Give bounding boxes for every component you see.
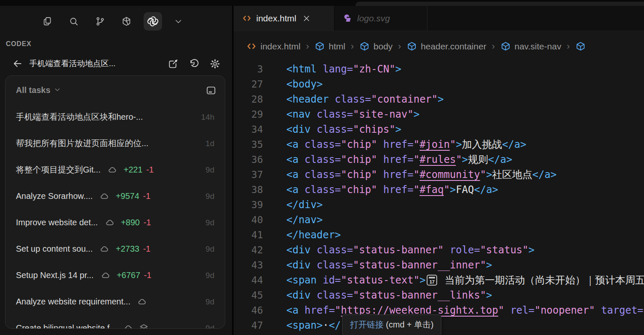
task-row[interactable]: 手机端查看活动地点区块和hero-...14h <box>5 104 225 130</box>
code-token: "container" <box>371 93 438 105</box>
code-line[interactable]: 45<div class="status-banner__links"> <box>234 288 644 303</box>
code-token: > <box>486 289 492 301</box>
task-time: 9d <box>206 192 214 201</box>
task-row[interactable]: Analyze website requirement...9d <box>5 289 225 315</box>
task-row[interactable]: Setup Next.js 14 pr...+6767-19d <box>5 262 225 289</box>
code-line[interactable]: 44<span id="status-text">17 当前为第一期活动（尚未开… <box>234 273 644 288</box>
code-token: > <box>486 169 492 180</box>
source-control-icon[interactable] <box>95 16 105 26</box>
html-file-icon <box>242 13 252 23</box>
code-area[interactable]: 3<html lang="zh-CN">27<body>28<header cl… <box>234 62 644 335</box>
breadcrumb-label: index.html <box>260 41 301 52</box>
code-link[interactable]: #faq <box>420 184 444 196</box>
calendar-day: 17 <box>430 279 435 285</box>
code-token: <header <box>286 93 329 105</box>
code-line[interactable]: 3<html lang="zh-CN"> <box>234 62 644 77</box>
code-link[interactable]: #community <box>420 169 480 180</box>
link-tooltip: 打开链接 (cmd + 单击) <box>342 314 441 335</box>
breadcrumb-item[interactable]: html <box>314 41 345 52</box>
back-icon[interactable] <box>13 59 23 69</box>
code-link[interactable]: #join <box>420 139 450 150</box>
code-line[interactable]: 28<header class="container"> <box>234 92 644 107</box>
all-tasks-dropdown[interactable]: All tasks <box>16 85 61 95</box>
cloud-icon <box>124 323 133 329</box>
copy-icon[interactable] <box>42 16 52 26</box>
line-number: 42 <box>234 245 263 255</box>
code-line[interactable]: 35<a class="chip" href="#join">加入挑战</a> <box>234 137 644 152</box>
code-line[interactable]: 29<nav class="site-nav"> <box>234 107 644 122</box>
code-line[interactable]: 43<div class="status-banner__inner"> <box>234 258 644 273</box>
task-row[interactable]: Create bilingual website f...9d <box>5 315 225 329</box>
breadcrumb-item[interactable]: index.html <box>246 41 301 52</box>
code-token: id= <box>317 274 341 286</box>
tabbar-empty-space <box>428 6 644 31</box>
code-token: > <box>456 139 462 150</box>
code-line[interactable]: 39</div> <box>234 197 644 212</box>
tooltip-open-link-text[interactable]: 打开链接 <box>350 320 384 329</box>
code-token: > <box>462 154 468 165</box>
open-panel-icon[interactable] <box>206 85 216 96</box>
code-line[interactable]: 40</nav> <box>234 212 644 227</box>
code-token: <div <box>286 244 311 256</box>
breadcrumb-item[interactable]: header.container <box>407 41 486 52</box>
extensions-box-icon[interactable] <box>121 16 131 26</box>
code-token: > <box>486 259 492 271</box>
code-line[interactable]: 27<body> <box>234 77 644 92</box>
edit-icon[interactable] <box>168 59 178 69</box>
line-content: <html lang="zh-CN"> <box>263 63 402 75</box>
diff-deletions: -1 <box>143 191 151 201</box>
code-token: " <box>456 154 462 165</box>
code-token: rel= <box>504 304 534 316</box>
calendar-emoji: 17 <box>427 275 437 286</box>
breadcrumb-item[interactable] <box>575 41 586 52</box>
code-link[interactable]: #rules <box>420 154 456 165</box>
close-icon[interactable] <box>302 14 311 23</box>
line-number: 46 <box>234 305 263 316</box>
editor-group: index.htmllogo.svg index.html›html›body›… <box>234 6 644 335</box>
code-line[interactable]: 38<a class="chip" href="#faq">FAQ</a> <box>234 182 644 197</box>
tasks-card: All tasks 手机端查看活动地点区块和hero-...14h帮我把所有图片… <box>5 75 225 329</box>
task-time: 9d <box>206 324 214 329</box>
breadcrumb-item[interactable]: body <box>359 41 393 52</box>
main-layout: CODEX 手机端查看活动地点区... All tasks <box>0 6 644 335</box>
code-line[interactable]: 41</header> <box>234 227 644 242</box>
diff-additions: +6767 <box>117 271 140 280</box>
task-row[interactable]: Set up content sou...+2733-19d <box>5 236 225 262</box>
code-line[interactable]: 42<div class="status-banner" role="statu… <box>234 242 644 258</box>
task-row[interactable]: Analyze Sorarhow....+9574-19d <box>5 183 225 209</box>
cloud-icon <box>105 218 115 227</box>
tab-index.html[interactable]: index.html <box>234 6 335 31</box>
breadcrumb-item[interactable]: nav.site-nav <box>500 41 562 52</box>
openai-icon[interactable] <box>144 12 162 31</box>
code-token: </div> <box>286 199 323 211</box>
cloud-icon <box>101 271 111 280</box>
code-token: href= <box>377 139 414 150</box>
cloud-icon <box>108 165 117 175</box>
code-line[interactable]: 37<a class="chip" href="#community">社区地点… <box>234 167 644 182</box>
history-icon[interactable] <box>189 59 199 69</box>
diff-deletions: -1 <box>146 165 154 175</box>
code-line[interactable]: 36<a class="chip" href="#rules">规则</a> <box>234 152 644 167</box>
task-row[interactable]: 将整个项目提交到Git...+221-19d <box>5 157 225 183</box>
code-token: </a> <box>474 184 498 196</box>
line-number: 36 <box>234 154 263 165</box>
line-number: 43 <box>234 260 263 271</box>
chevron-down-icon[interactable] <box>174 16 183 26</box>
breadcrumb-separator: › <box>492 41 495 52</box>
line-content: <a class="chip" href="#faq">FAQ</a> <box>263 184 498 196</box>
search-icon[interactable] <box>69 16 79 26</box>
code-token: "noopener" <box>534 304 595 316</box>
breadcrumb-label: body <box>374 41 393 52</box>
line-number: 40 <box>234 214 263 225</box>
tab-logo.svg[interactable]: logo.svg <box>335 6 428 31</box>
code-token: class= <box>299 154 341 165</box>
line-content: <span>·</ <box>263 320 341 331</box>
task-row[interactable]: 帮我把所有图片放进页面相应的位...1d <box>5 130 225 157</box>
code-line[interactable]: 34<div class="chips"> <box>234 122 644 137</box>
gear-icon[interactable] <box>210 59 220 69</box>
task-row[interactable]: Improve website det...+890-19d <box>5 209 225 236</box>
task-list: 手机端查看活动地点区块和hero-...14h帮我把所有图片放进页面相应的位..… <box>5 104 225 329</box>
line-number: 41 <box>234 229 263 240</box>
code-token: lang= <box>317 63 353 75</box>
code-token: "site-nav" <box>353 108 414 120</box>
